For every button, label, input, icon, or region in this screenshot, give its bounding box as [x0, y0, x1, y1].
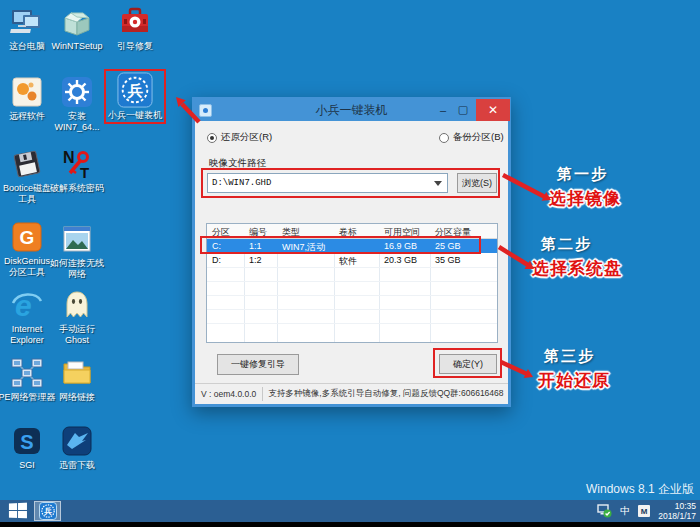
desktop-icon-diskgenius[interactable]: G DiskGenius分区工具	[0, 220, 54, 278]
folder-icon	[60, 356, 94, 390]
desktop-icon-ghost[interactable]: 手动运行Ghost	[50, 288, 104, 346]
ime-language-indicator[interactable]: 中	[620, 504, 630, 518]
desktop-icon-winntsetup[interactable]: WinNTSetup	[50, 5, 104, 52]
taskbar-clock[interactable]: 10:35 2018/1/17	[658, 501, 696, 521]
repair-boot-button[interactable]: 一键修复引导	[217, 354, 299, 375]
cell: 20.3 GB	[384, 255, 417, 265]
svg-text:S: S	[20, 431, 33, 453]
image-path-combobox[interactable]: D:\WIN7.GHD	[207, 173, 448, 193]
sgi-icon: S	[10, 424, 44, 458]
ok-button[interactable]: 确定(Y)	[439, 354, 497, 374]
ghost-icon	[60, 288, 94, 322]
radio-restore-partition[interactable]: 还原分区(R)	[207, 131, 272, 144]
icon-label: 网络链接	[59, 392, 95, 403]
ime-mode-icon[interactable]: M	[638, 505, 650, 517]
desktop-icon-network-link[interactable]: 网络链接	[50, 356, 104, 403]
table-row-d-drive[interactable]: D: 1:2 软件 20.3 GB 35 GB	[207, 253, 497, 267]
cell: 35 GB	[435, 255, 461, 265]
desktop-icon-this-pc[interactable]: 这台电脑	[0, 5, 54, 52]
icon-label: 如何连接无线	[50, 258, 104, 269]
desktop-icon-boot-repair[interactable]: 引导修复	[106, 5, 164, 52]
icon-label: 小兵一键装机	[108, 110, 162, 121]
icon-label: Explorer	[10, 335, 44, 346]
desktop-icon-pe-network-manager[interactable]: PE网络管理器	[0, 356, 54, 403]
annotation-step3-title: 第三步	[544, 347, 595, 366]
desktop-icon-thunder[interactable]: 迅雷下载	[50, 424, 104, 471]
icon-label: 安装	[54, 111, 99, 122]
icon-label: Internet	[10, 324, 44, 335]
annotation-step2-title: 第二步	[541, 235, 592, 254]
xiaobing-taskbar-icon: 兵	[39, 502, 57, 520]
remote-software-icon	[10, 75, 44, 109]
gear-installer-icon	[60, 75, 94, 109]
icon-label: 分区工具	[4, 267, 50, 278]
nt-key-icon: N T	[60, 147, 94, 181]
icon-label: DiskGenius	[4, 256, 50, 267]
icon-label: 手动运行	[59, 324, 95, 335]
dialog-titlebar[interactable]: 小兵一键装机 – ▢ ✕	[194, 99, 509, 121]
icon-label: WinNTSetup	[51, 41, 102, 52]
browse-button[interactable]: 浏览(S)	[457, 173, 497, 193]
icon-label: 引导修复	[117, 41, 153, 52]
desktop-icon-bootice[interactable]: Bootice磁盘工具	[0, 147, 54, 205]
dialog-app-icon	[199, 104, 212, 117]
cell: 软件	[339, 255, 357, 268]
windows-edition-watermark: Windows 8.1 企业版	[586, 481, 694, 498]
statusbar-divider	[262, 387, 263, 401]
desktop-icon-sgi[interactable]: S SGI	[0, 424, 54, 471]
photo-document-icon	[60, 222, 94, 256]
taskbar-app-xiaobing[interactable]: 兵	[34, 501, 61, 521]
icon-label: 迅雷下载	[59, 460, 95, 471]
icon-label: Ghost	[59, 335, 95, 346]
desktop-icon-wireless-help[interactable]: 如何连接无线网络	[50, 222, 104, 280]
radio-backup-partition[interactable]: 备份分区(B)	[439, 131, 504, 144]
radio-dot	[439, 133, 449, 143]
floppy-disk-icon	[10, 147, 44, 181]
icon-label: PE网络管理器	[0, 392, 56, 403]
system-tray: 中 M 10:35 2018/1/17	[597, 500, 696, 522]
desktop-icon-install-win7[interactable]: 安装WIN7_64...	[50, 75, 104, 133]
desktop-icon-remote-software[interactable]: 远程软件	[0, 75, 54, 122]
annotation-step1-title: 第一步	[557, 165, 608, 184]
chevron-down-icon	[434, 181, 442, 186]
desktop-icon-crack-password[interactable]: N T 破解系统密码	[50, 147, 104, 194]
computer-icon	[10, 5, 44, 39]
start-button[interactable]	[9, 503, 30, 520]
desktop-icon-xiaobing-installer[interactable]: 兵 小兵一键装机	[106, 72, 164, 121]
svg-text:N: N	[63, 149, 75, 166]
icon-label: 远程软件	[9, 111, 45, 122]
xiaobing-app-icon: 兵	[117, 72, 153, 108]
radio-label: 备份分区(B)	[453, 131, 504, 144]
desktop: 这台电脑 WinNTSetup 引导修复	[0, 0, 700, 527]
clock-time: 10:35	[658, 501, 696, 511]
network-nodes-icon	[10, 356, 44, 390]
installer-dialog: 小兵一键装机 – ▢ ✕ 还原分区(R) 备份分区(B) 映像文件路径 D:\W…	[192, 97, 511, 407]
icon-label: 工具	[3, 194, 51, 205]
clock-date: 2018/1/17	[658, 511, 696, 521]
thunder-bird-icon	[60, 424, 94, 458]
icon-label: WIN7_64...	[54, 122, 99, 133]
desktop-icon-internet-explorer[interactable]: e InternetExplorer	[0, 288, 54, 346]
annotation-step2-subtitle: 选择系统盘	[532, 257, 622, 280]
icon-label: 破解系统密码	[50, 183, 104, 194]
minimize-button[interactable]: –	[435, 99, 451, 120]
close-button[interactable]: ✕	[476, 99, 510, 121]
toolbox-icon	[118, 5, 152, 39]
image-path-value: D:\WIN7.GHD	[208, 178, 271, 188]
ie-icon: e	[10, 288, 44, 322]
icon-label: 网络	[50, 269, 104, 280]
icon-label: 这台电脑	[9, 41, 45, 52]
svg-text:T: T	[80, 164, 89, 181]
version-text: V : oem4.0.0.0	[195, 389, 262, 399]
highlight-box-step2	[200, 236, 481, 254]
dialog-statusbar: V : oem4.0.0.0 支持多种镜像,多系统引导自动修复, 问题反馈QQ群…	[195, 383, 508, 404]
icon-label: SGI	[19, 460, 35, 471]
network-status-icon[interactable]	[597, 504, 612, 518]
svg-text:兵: 兵	[127, 82, 143, 99]
annotation-step1-subtitle: 选择镜像	[549, 187, 621, 210]
annotation-step3-subtitle: 开始还原	[538, 369, 610, 392]
taskbar: 兵 中 M 10:35 2018/1/17	[0, 500, 700, 522]
screen-bottom-strip	[0, 522, 700, 527]
svg-text:兵: 兵	[42, 507, 51, 516]
maximize-button[interactable]: ▢	[455, 99, 471, 120]
